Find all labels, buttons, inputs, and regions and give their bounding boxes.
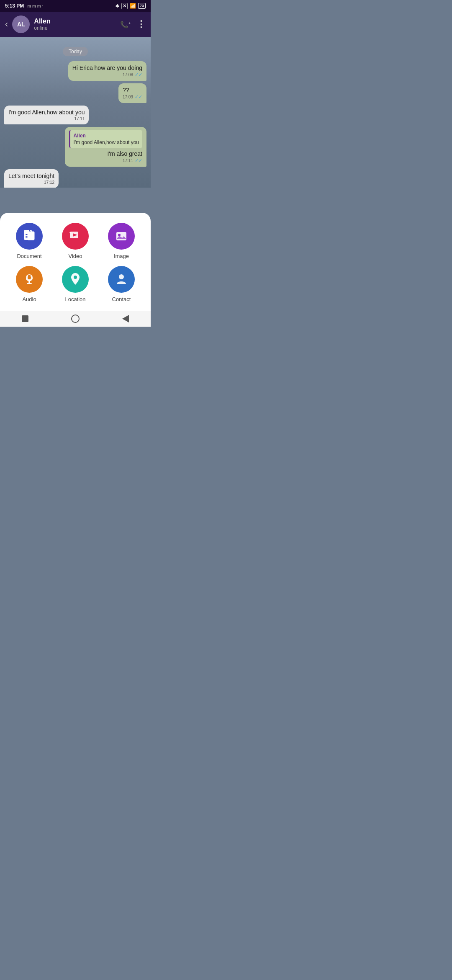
message-meta: 17:11 ✓✓ [69,158,142,163]
svg-point-19 [74,276,77,279]
reply-author: Allen [74,133,139,139]
status-time: 5:13 PM [5,3,24,9]
battery-indicator: 73 [138,3,146,9]
status-bar: 5:13 PM m m m · ∗ ✕ 📶 73 [0,0,151,12]
chat-area: Today Hi Erica how are you doing 17:08 ✓… [0,37,151,188]
recent-apps-button[interactable] [21,314,30,323]
video-icon [62,223,89,250]
audio-icon [16,266,43,293]
chat-header: ‹ AL Allen online 📞+ ⋮ [0,12,151,37]
x-icon: ✕ [121,3,128,9]
location-icon [62,266,89,293]
reply-preview: Allen I'm good Allen,how about you [69,130,142,148]
date-badge: Today [63,47,88,56]
status-left: 5:13 PM m m m · [5,3,43,9]
message-time: 17:12 [44,180,54,185]
triangle-icon [122,315,129,322]
back-button[interactable]: ‹ [5,19,8,30]
attachment-contact[interactable]: Contact [100,266,142,302]
message-text: I'm also great [69,150,142,157]
message-text: Let's meet tonight [8,173,54,179]
message-text: Hi Erica how are you doing [72,64,142,71]
message-time: 17:09 [123,95,133,99]
svg-rect-17 [29,281,30,283]
status-right: ∗ ✕ 📶 73 [115,3,146,9]
attachment-grid: Document Video Image [8,223,142,302]
call-add-button[interactable]: 📞+ [120,21,131,28]
attachment-location[interactable]: Location [54,266,96,302]
message-received-2: Let's meet tonight 17:12 [4,169,59,188]
message-sent-2: ?? 17:09 ✓✓ [118,83,146,103]
attachment-audio[interactable]: Audio [8,266,50,302]
attachment-document[interactable]: Document [8,223,50,259]
bluetooth-icon: ∗ [115,3,119,9]
message-ticks: ✓✓ [135,72,142,77]
message-time: 17:11 [74,116,85,121]
message-sent-1: Hi Erica how are you doing 17:08 ✓✓ [68,61,146,81]
nav-bar [0,311,151,327]
message-meta: 17:09 ✓✓ [123,94,142,100]
svg-point-20 [119,274,124,279]
contact-avatar: AL [12,15,30,33]
message-received-1: I'm good Allen,how about you 17:11 [4,106,89,124]
message-text: ?? [123,87,142,93]
square-icon [22,315,28,322]
home-button[interactable] [71,314,80,323]
wifi-icon: 📶 [130,3,136,9]
message-sent-reply: Allen I'm good Allen,how about you I'm a… [65,127,146,167]
contact-info: Allen online [34,18,116,31]
svg-rect-16 [28,275,31,279]
attachment-sheet: Document Video Image [0,213,151,311]
message-meta: 17:11 [8,116,85,121]
more-options-button[interactable]: ⋮ [136,19,146,30]
notification-icons: m m m · [27,4,43,8]
circle-icon [71,315,80,323]
attachment-image[interactable]: Image [100,223,142,259]
svg-rect-6 [28,232,33,239]
image-icon [108,223,135,250]
audio-label: Audio [22,296,36,302]
document-label: Document [17,253,41,259]
svg-rect-18 [27,283,31,284]
message-meta: 17:12 [8,180,54,185]
message-time: 17:11 [123,158,133,163]
contact-icon [108,266,135,293]
document-icon [16,223,43,250]
location-label: Location [65,296,85,302]
reply-text: I'm good Allen,how about you [74,139,139,145]
image-label: Image [114,253,129,259]
message-ticks: ✓✓ [135,158,142,163]
contact-label: Contact [112,296,131,302]
video-label: Video [68,253,82,259]
header-actions: 📞+ ⋮ [120,19,146,30]
message-ticks: ✓✓ [135,94,142,100]
message-text: I'm good Allen,how about you [8,109,85,116]
contact-name: Allen [34,18,116,25]
attachment-video[interactable]: Video [54,223,96,259]
message-meta: 17:08 ✓✓ [72,72,142,77]
contact-status: online [34,25,116,31]
back-nav-button[interactable] [121,314,130,323]
message-time: 17:08 [123,72,133,77]
